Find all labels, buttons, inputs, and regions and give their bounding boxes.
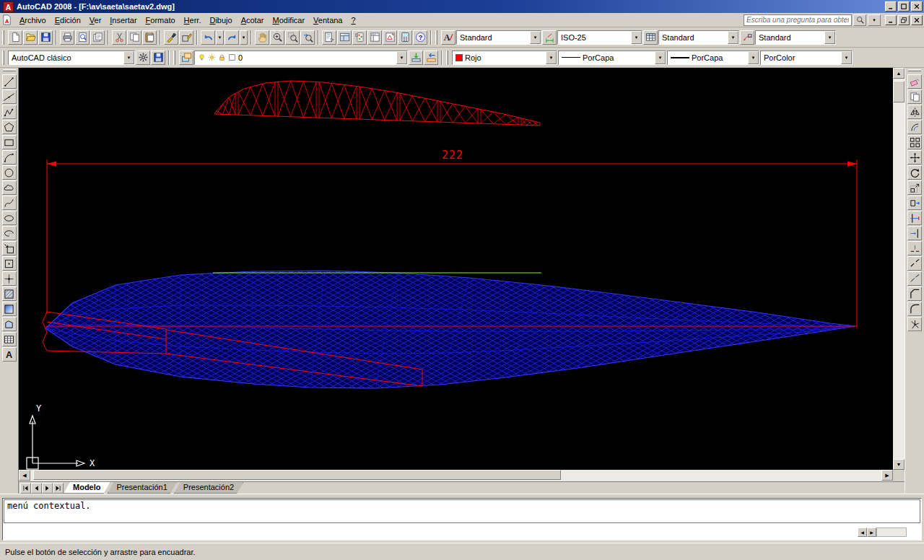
search-options-dropdown[interactable]: ▼: [868, 14, 881, 26]
mdi-close-button[interactable]: [911, 15, 923, 25]
menu-acotar[interactable]: Acotar: [237, 14, 269, 27]
mleader-style-combo-dropdown-arrow[interactable]: ▼: [824, 31, 835, 44]
table-style-button[interactable]: [643, 30, 658, 45]
dwg-file-icon[interactable]: A: [1, 14, 13, 26]
tab-prev-button[interactable]: [31, 483, 42, 494]
copy-button[interactable]: [907, 89, 922, 104]
mtext-button[interactable]: A: [2, 347, 17, 362]
toolbar-grip[interactable]: [446, 51, 448, 65]
make-current-button[interactable]: [409, 51, 423, 65]
open-button[interactable]: [23, 30, 38, 45]
toolbar-grip[interactable]: [3, 69, 16, 71]
toolbar-grip[interactable]: [173, 51, 175, 65]
scroll-down-button[interactable]: ▼: [893, 459, 905, 470]
text-style-button[interactable]: A: [441, 30, 456, 45]
menu-archivo[interactable]: Archivo: [15, 14, 51, 27]
table-style-combo[interactable]: Standard▼: [658, 30, 739, 45]
table-button[interactable]: [2, 332, 17, 346]
menu-dibujo[interactable]: Dibujo: [205, 14, 236, 27]
scroll-left-button[interactable]: ◀: [19, 470, 30, 481]
minimize-button[interactable]: [885, 1, 897, 12]
cmd-scroll-track[interactable]: [876, 528, 907, 537]
mirror-button[interactable]: [907, 105, 922, 119]
xline-button[interactable]: [2, 89, 17, 104]
rectangle-button[interactable]: [2, 135, 17, 149]
menu-?[interactable]: ?: [347, 14, 360, 27]
plot-style-combo-dropdown-arrow[interactable]: ▼: [841, 51, 852, 64]
maximize-button[interactable]: [898, 1, 910, 12]
cad-drawing[interactable]: 222YX: [19, 68, 893, 470]
undo-dropdown[interactable]: ▼: [216, 30, 224, 45]
qnew-button[interactable]: [8, 30, 22, 45]
cmd-scroll-right-button[interactable]: ▶: [867, 528, 876, 537]
revcloud-button[interactable]: [2, 180, 17, 195]
command-history[interactable]: menú contextual.: [4, 499, 920, 523]
cut-button[interactable]: [112, 30, 126, 45]
line-button[interactable]: [2, 74, 17, 89]
scroll-up-button[interactable]: ▲: [893, 68, 905, 79]
swatch-icon[interactable]: [228, 53, 236, 61]
workspace-combo-dropdown-arrow[interactable]: ▼: [123, 51, 134, 64]
redo-button[interactable]: [225, 30, 239, 45]
color-combo[interactable]: Rojo▼: [452, 51, 557, 65]
plot-style-combo[interactable]: PorColor▼: [760, 51, 853, 65]
tab-presentación2[interactable]: Presentación2: [174, 482, 243, 494]
vertical-scroll-track[interactable]: [893, 79, 905, 459]
drawing-canvas[interactable]: 222YX: [19, 68, 893, 470]
undo-button[interactable]: [201, 30, 215, 45]
array-button[interactable]: [907, 135, 922, 149]
lock-icon[interactable]: [218, 53, 226, 61]
zoom-previous-button[interactable]: [300, 30, 315, 45]
layer-previous-button[interactable]: [424, 51, 438, 65]
command-input[interactable]: [3, 524, 858, 540]
region-button[interactable]: [2, 317, 17, 331]
menu-formato[interactable]: Formato: [141, 14, 180, 27]
fuselage-mesh[interactable]: [45, 271, 855, 388]
mdi-restore-button[interactable]: [898, 15, 910, 25]
dim-style-combo-dropdown-arrow[interactable]: ▼: [631, 31, 642, 44]
table-style-combo-dropdown-arrow[interactable]: ▼: [728, 31, 738, 44]
toolbar-grip[interactable]: [2, 30, 4, 45]
point-button[interactable]: [2, 271, 17, 286]
hatch-button[interactable]: [2, 286, 17, 301]
plot-preview-button[interactable]: [75, 30, 90, 45]
bulb-icon[interactable]: [198, 53, 206, 61]
gear-button[interactable]: [136, 51, 150, 65]
pan-button[interactable]: [255, 30, 269, 45]
erase-button[interactable]: [907, 74, 922, 89]
circle-button[interactable]: [2, 165, 17, 180]
workspace-combo[interactable]: AutoCAD clásico▼: [8, 51, 135, 65]
join-button[interactable]: [907, 271, 922, 286]
trim-button[interactable]: [907, 211, 922, 225]
redo-dropdown[interactable]: ▼: [240, 30, 248, 45]
ellipse-button[interactable]: [2, 211, 17, 225]
text-style-combo[interactable]: Standard▼: [456, 30, 541, 45]
design-center-button[interactable]: [337, 30, 352, 45]
zoom-realtime-button[interactable]: [270, 30, 284, 45]
menu-edicin[interactable]: Edición: [51, 14, 85, 27]
chamfer-button[interactable]: [907, 286, 922, 301]
lineweight-combo-dropdown-arrow[interactable]: ▼: [748, 51, 759, 64]
menu-modificar[interactable]: Modificar: [268, 14, 309, 27]
pline-button[interactable]: [2, 105, 17, 119]
menu-ventana[interactable]: Ventana: [309, 14, 346, 27]
scroll-right-button[interactable]: ▶: [881, 470, 893, 481]
sun-icon[interactable]: [208, 53, 216, 61]
quick-calc-button[interactable]: [398, 30, 412, 45]
ellipse-arc-button[interactable]: [2, 226, 17, 240]
tab-presentación1[interactable]: Presentación1: [108, 482, 177, 494]
vertical-scroll-thumb[interactable]: [893, 81, 905, 102]
tab-next-button[interactable]: [42, 483, 53, 494]
spline-button[interactable]: [2, 196, 17, 210]
extend-button[interactable]: [907, 226, 922, 240]
layer-combo[interactable]: 0▼: [194, 51, 408, 65]
make-block-button[interactable]: [2, 256, 17, 271]
dim-style-combo[interactable]: ISO-25▼: [557, 30, 642, 45]
menu-ver[interactable]: Ver: [85, 14, 106, 27]
horizontal-scroll-thumb[interactable]: [33, 470, 561, 480]
zoom-window-button[interactable]: [285, 30, 300, 45]
linetype-combo[interactable]: PorCapa▼: [558, 51, 666, 65]
search-icon-button[interactable]: [853, 14, 866, 26]
dim-style-button[interactable]: [542, 30, 557, 45]
offset-button[interactable]: [907, 120, 922, 134]
